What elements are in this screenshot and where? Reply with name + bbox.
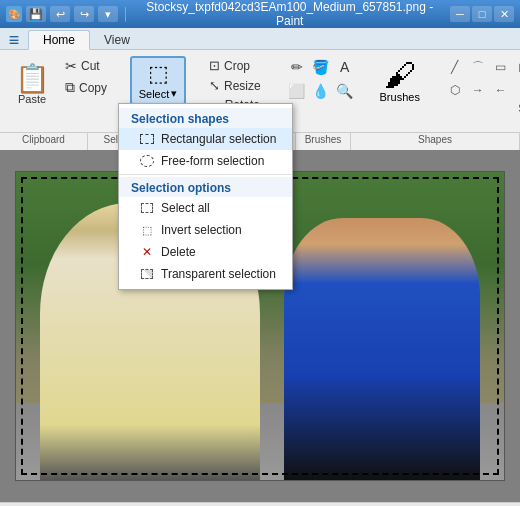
transparent-icon [139, 266, 155, 282]
tab-home[interactable]: Home [28, 30, 90, 50]
eraser-tool[interactable]: ⬜ [286, 80, 308, 102]
menu-item-rectangular[interactable]: Rectangular selection [119, 128, 292, 150]
crop-icon: ⊡ [209, 58, 220, 73]
shape-4star[interactable]: ✦ [513, 79, 520, 101]
shapes-grid: ╱ ⌒ ▭ ▢ ◯ △ ◇ ⬠ ⬡ → ← ✦ ★ ✶ 💬 ♥ [444, 56, 520, 101]
brushes-group: 🖌 Brushes [370, 52, 430, 130]
shapes-group: ╱ ⌒ ▭ ▢ ◯ △ ◇ ⬠ ⬡ → ← ✦ ★ ✶ 💬 ♥ Shapes [438, 52, 520, 130]
cut-button[interactable]: ✂ Cut [60, 56, 112, 76]
window-controls: ─ □ ✕ [450, 6, 514, 22]
title-bar-icons: 🎨 💾 ↩ ↪ ▾ │ [6, 6, 130, 22]
paste-label: Paste [18, 93, 46, 105]
tab-file[interactable]: ≡ [0, 30, 28, 50]
copy-label: Copy [79, 81, 107, 95]
section-selection-shapes: Selection shapes [119, 108, 292, 128]
menu-item-transparent-label: Transparent selection [161, 267, 276, 281]
menu-item-freeform-label: Free-form selection [161, 154, 264, 168]
menu-item-rectangular-label: Rectangular selection [161, 132, 276, 146]
copy-button[interactable]: ⧉ Copy [60, 77, 112, 98]
crop-button[interactable]: ⊡ Crop [204, 56, 266, 75]
quick-redo-btn[interactable]: ↪ [74, 6, 94, 22]
delete-icon: ✕ [139, 244, 155, 260]
customize-btn[interactable]: ▾ [98, 6, 118, 22]
brushes-group-label: Brushes [296, 133, 351, 150]
paste-icon: 📋 [15, 65, 50, 93]
menu-item-selectall-label: Select all [161, 201, 210, 215]
text-tool[interactable]: A [334, 56, 356, 78]
select-button[interactable]: ⬚ Select ▾ [130, 56, 186, 105]
quick-undo-btn[interactable]: ↩ [50, 6, 70, 22]
invert-icon: ⬚ [139, 222, 155, 238]
section-selection-options: Selection options [119, 177, 292, 197]
clipboard-group-label: Clipboard [0, 133, 88, 150]
menu-item-invert[interactable]: ⬚ Invert selection [119, 219, 292, 241]
app-icon: 🎨 [6, 6, 22, 22]
dropdown-menu: Selection shapes Rectangular selection F… [118, 103, 293, 290]
tools-row-1: ✏ 🪣 A [286, 56, 356, 78]
menu-item-transparent[interactable]: Transparent selection [119, 263, 292, 285]
brushes-button[interactable]: 🖌 Brushes [376, 56, 424, 106]
shape-rect[interactable]: ▭ [490, 56, 512, 78]
photo-person-right [284, 218, 479, 480]
status-bar [0, 502, 520, 506]
close-button[interactable]: ✕ [494, 6, 514, 22]
menu-item-delete[interactable]: ✕ Delete [119, 241, 292, 263]
title-bar: 🎨 💾 ↩ ↪ ▾ │ Stocksy_txpfd042cd3EAm100_Me… [0, 0, 520, 28]
pencil-tool[interactable]: ✏ [286, 56, 308, 78]
clipboard-sub-buttons: ✂ Cut ⧉ Copy [60, 56, 112, 114]
resize-button[interactable]: ⤡ Resize [204, 76, 266, 95]
shape-arrow-right[interactable]: → [467, 79, 489, 101]
tools-row-2: ⬜ 💧 🔍 [286, 80, 356, 102]
resize-label: Resize [224, 79, 261, 93]
picker-tool[interactable]: 💧 [310, 80, 332, 102]
shape-hexagon[interactable]: ⬡ [444, 79, 466, 101]
freeform-sel-icon [139, 153, 155, 169]
ribbon-tabs: ≡ Home View [0, 28, 520, 50]
shapes-group-label: Shapes [351, 133, 520, 150]
minimize-button[interactable]: ─ [450, 6, 470, 22]
clipboard-group: 📋 Paste ✂ Cut ⧉ Copy [4, 52, 118, 130]
select-icon: ⬚ [148, 61, 169, 87]
shapes-label: Shapes [444, 103, 520, 114]
select-label: Select ▾ [139, 87, 178, 100]
maximize-button[interactable]: □ [472, 6, 492, 22]
zoom-tool[interactable]: 🔍 [334, 80, 356, 102]
shape-curve[interactable]: ⌒ [467, 56, 489, 78]
rectangular-sel-icon [139, 131, 155, 147]
selectall-icon [139, 200, 155, 216]
window-title: Stocksy_txpfd042cd3EAm100_Medium_657851.… [136, 0, 445, 28]
quick-save-btn[interactable]: 💾 [26, 6, 46, 22]
menu-item-freeform[interactable]: Free-form selection [119, 150, 292, 172]
shape-line[interactable]: ╱ [444, 56, 466, 78]
menu-item-invert-label: Invert selection [161, 223, 242, 237]
fill-tool[interactable]: 🪣 [310, 56, 332, 78]
brush-icon: 🖌 [384, 59, 416, 91]
paste-button[interactable]: 📋 Paste [8, 56, 56, 114]
crop-label: Crop [224, 59, 250, 73]
tab-view[interactable]: View [90, 30, 144, 50]
shape-arrow-left[interactable]: ← [490, 79, 512, 101]
menu-separator [119, 174, 292, 175]
cut-label: Cut [81, 59, 100, 73]
menu-item-delete-label: Delete [161, 245, 196, 259]
resize-icon: ⤡ [209, 78, 220, 93]
brushes-label: Brushes [380, 91, 420, 103]
cut-icon: ✂ [65, 58, 77, 74]
menu-item-selectall[interactable]: Select all [119, 197, 292, 219]
copy-icon: ⧉ [65, 79, 75, 96]
shape-roundrect[interactable]: ▢ [513, 56, 520, 78]
